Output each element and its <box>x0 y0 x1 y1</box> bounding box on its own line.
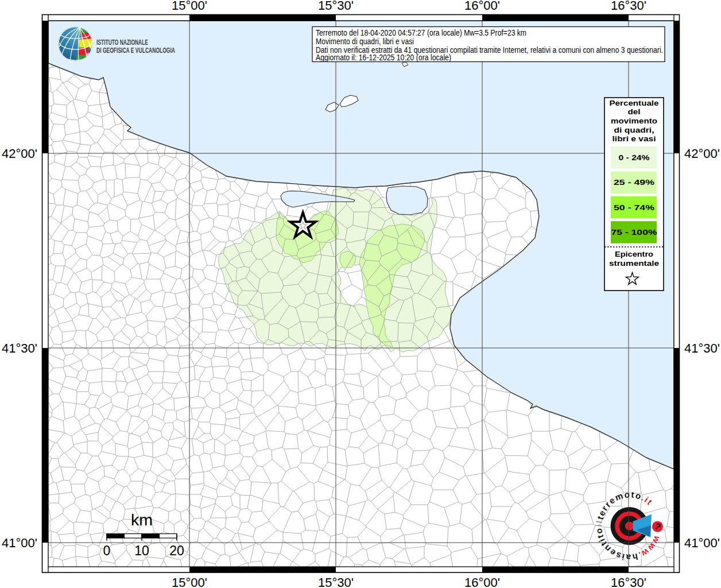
svg-text:41°30': 41°30' <box>2 341 37 355</box>
svg-text:0 - 24%: 0 - 24% <box>619 153 650 162</box>
svg-text:41°00': 41°00' <box>684 536 720 550</box>
svg-text:16°00': 16°00' <box>464 575 500 588</box>
svg-text:20: 20 <box>169 543 184 558</box>
svg-text:25 - 49%: 25 - 49% <box>614 178 655 187</box>
svg-text:75 - 100%: 75 - 100% <box>611 228 658 237</box>
svg-text:del: del <box>628 107 641 116</box>
svg-text:strumentale: strumentale <box>609 259 659 268</box>
svg-text:movimento: movimento <box>611 117 657 125</box>
svg-text:0: 0 <box>103 543 111 558</box>
svg-text:42°00': 42°00' <box>2 146 37 161</box>
svg-text:ISTITUTO NAZIONALE: ISTITUTO NAZIONALE <box>96 38 148 47</box>
svg-text:15°00': 15°00' <box>172 575 207 588</box>
svg-text:50 - 74%: 50 - 74% <box>614 203 655 212</box>
svg-text:16°30': 16°30' <box>611 575 646 588</box>
svg-text:km: km <box>131 510 153 529</box>
svg-text:di quadri,: di quadri, <box>614 126 654 134</box>
svg-text:41°00': 41°00' <box>2 536 37 550</box>
svg-text:Epicentro: Epicentro <box>615 250 653 258</box>
svg-text:Aggiornato il: 16-12-2025 10:2: Aggiornato il: 16-12-2025 10:20 (ora loc… <box>316 53 451 62</box>
svg-text:16°30': 16°30' <box>611 0 646 13</box>
svg-text:15°00': 15°00' <box>172 0 207 13</box>
svg-text:42°00': 42°00' <box>684 146 720 161</box>
svg-text:Terremoto del 18-04-2020 04:57: Terremoto del 18-04-2020 04:57:27 (ora l… <box>316 28 526 37</box>
svg-text:Percentuale: Percentuale <box>610 99 659 107</box>
svg-text:16°00': 16°00' <box>464 0 500 13</box>
svg-text:DI GEOFISICA E VULCANOLOGIA: DI GEOFISICA E VULCANOLOGIA <box>96 47 175 55</box>
svg-text:libri e vasi: libri e vasi <box>613 134 656 143</box>
svg-text:41°30': 41°30' <box>684 341 720 355</box>
svg-text:10: 10 <box>134 543 149 558</box>
svg-text:Movimento di quadri, libri e v: Movimento di quadri, libri e vasi <box>316 37 414 46</box>
svg-text:15°30': 15°30' <box>318 0 354 13</box>
svg-text:15°30': 15°30' <box>318 575 354 588</box>
